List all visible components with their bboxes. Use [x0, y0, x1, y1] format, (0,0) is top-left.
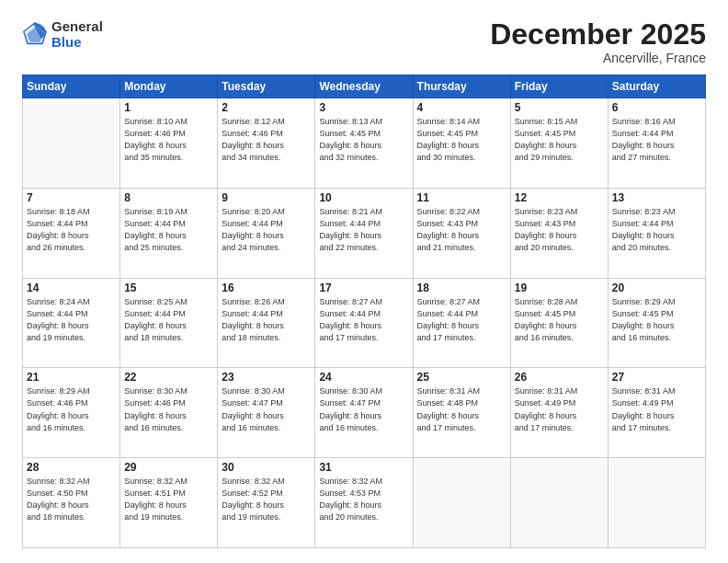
- day-number: 11: [417, 191, 506, 204]
- day-number: 22: [124, 371, 213, 384]
- calendar-cell: 12Sunrise: 8:23 AM Sunset: 4:43 PM Dayli…: [510, 188, 608, 278]
- calendar-cell: 10Sunrise: 8:21 AM Sunset: 4:44 PM Dayli…: [315, 188, 413, 278]
- day-info: Sunrise: 8:13 AM Sunset: 4:45 PM Dayligh…: [319, 116, 408, 164]
- weekday-header-saturday: Saturday: [608, 75, 705, 98]
- day-number: 24: [319, 371, 408, 384]
- month-title: December 2025: [490, 18, 706, 51]
- calendar-cell: 23Sunrise: 8:30 AM Sunset: 4:47 PM Dayli…: [218, 368, 315, 458]
- day-info: Sunrise: 8:31 AM Sunset: 4:48 PM Dayligh…: [417, 385, 506, 433]
- day-info: Sunrise: 8:30 AM Sunset: 4:47 PM Dayligh…: [319, 385, 408, 433]
- calendar-cell: 27Sunrise: 8:31 AM Sunset: 4:49 PM Dayli…: [608, 368, 705, 458]
- calendar-cell: 15Sunrise: 8:25 AM Sunset: 4:44 PM Dayli…: [120, 278, 218, 368]
- weekday-header-monday: Monday: [120, 75, 218, 98]
- day-info: Sunrise: 8:27 AM Sunset: 4:44 PM Dayligh…: [319, 296, 408, 344]
- day-number: 17: [319, 282, 408, 294]
- day-number: 1: [124, 101, 213, 114]
- logo-icon: [22, 21, 48, 47]
- day-info: Sunrise: 8:22 AM Sunset: 4:43 PM Dayligh…: [417, 206, 506, 254]
- day-info: Sunrise: 8:21 AM Sunset: 4:44 PM Dayligh…: [319, 206, 408, 254]
- weekday-header-tuesday: Tuesday: [218, 75, 315, 98]
- day-info: Sunrise: 8:29 AM Sunset: 4:46 PM Dayligh…: [27, 385, 116, 433]
- calendar-cell: 24Sunrise: 8:30 AM Sunset: 4:47 PM Dayli…: [315, 368, 413, 458]
- day-number: 9: [222, 191, 311, 204]
- calendar-cell: [413, 458, 510, 548]
- calendar-cell: 21Sunrise: 8:29 AM Sunset: 4:46 PM Dayli…: [23, 368, 120, 458]
- calendar-week-2: 7Sunrise: 8:18 AM Sunset: 4:44 PM Daylig…: [23, 188, 706, 278]
- day-number: 10: [319, 191, 408, 204]
- calendar-cell: 13Sunrise: 8:23 AM Sunset: 4:44 PM Dayli…: [608, 188, 705, 278]
- day-number: 19: [515, 282, 604, 294]
- day-info: Sunrise: 8:31 AM Sunset: 4:49 PM Dayligh…: [515, 385, 604, 433]
- day-number: 4: [417, 101, 506, 114]
- day-info: Sunrise: 8:18 AM Sunset: 4:44 PM Dayligh…: [27, 206, 116, 254]
- day-number: 25: [417, 371, 506, 384]
- calendar-cell: 16Sunrise: 8:26 AM Sunset: 4:44 PM Dayli…: [218, 278, 315, 368]
- calendar-cell: 22Sunrise: 8:30 AM Sunset: 4:46 PM Dayli…: [120, 368, 218, 458]
- day-info: Sunrise: 8:30 AM Sunset: 4:47 PM Dayligh…: [222, 385, 311, 433]
- day-info: Sunrise: 8:19 AM Sunset: 4:44 PM Dayligh…: [124, 206, 213, 254]
- weekday-header-wednesday: Wednesday: [315, 75, 413, 98]
- location: Ancerville, France: [490, 51, 706, 65]
- day-info: Sunrise: 8:31 AM Sunset: 4:49 PM Dayligh…: [612, 385, 701, 433]
- calendar-cell: 14Sunrise: 8:24 AM Sunset: 4:44 PM Dayli…: [23, 278, 120, 368]
- calendar-cell: 20Sunrise: 8:29 AM Sunset: 4:45 PM Dayli…: [608, 278, 705, 368]
- day-number: 31: [319, 461, 408, 474]
- calendar-week-3: 14Sunrise: 8:24 AM Sunset: 4:44 PM Dayli…: [23, 278, 706, 368]
- day-info: Sunrise: 8:28 AM Sunset: 4:45 PM Dayligh…: [515, 296, 604, 344]
- calendar-cell: [510, 458, 608, 548]
- day-number: 8: [124, 191, 213, 204]
- day-info: Sunrise: 8:12 AM Sunset: 4:46 PM Dayligh…: [222, 116, 311, 164]
- calendar-cell: 8Sunrise: 8:19 AM Sunset: 4:44 PM Daylig…: [120, 188, 218, 278]
- day-number: 29: [124, 461, 213, 474]
- day-number: 15: [124, 282, 213, 294]
- calendar-cell: 30Sunrise: 8:32 AM Sunset: 4:52 PM Dayli…: [218, 458, 315, 548]
- day-number: 30: [222, 461, 311, 474]
- day-number: 3: [319, 101, 408, 114]
- weekday-header-friday: Friday: [510, 75, 608, 98]
- day-info: Sunrise: 8:10 AM Sunset: 4:46 PM Dayligh…: [124, 116, 213, 164]
- day-info: Sunrise: 8:26 AM Sunset: 4:44 PM Dayligh…: [222, 296, 311, 344]
- calendar-cell: 19Sunrise: 8:28 AM Sunset: 4:45 PM Dayli…: [510, 278, 608, 368]
- weekday-header-sunday: Sunday: [23, 75, 120, 98]
- logo: General Blue: [22, 18, 103, 50]
- day-info: Sunrise: 8:14 AM Sunset: 4:45 PM Dayligh…: [417, 116, 506, 164]
- day-info: Sunrise: 8:20 AM Sunset: 4:44 PM Dayligh…: [222, 206, 311, 254]
- calendar-week-4: 21Sunrise: 8:29 AM Sunset: 4:46 PM Dayli…: [23, 368, 706, 458]
- day-number: 21: [27, 371, 116, 384]
- calendar-table: SundayMondayTuesdayWednesdayThursdayFrid…: [22, 75, 706, 548]
- calendar-cell: 1Sunrise: 8:10 AM Sunset: 4:46 PM Daylig…: [120, 98, 218, 189]
- logo-text: General Blue: [51, 18, 103, 50]
- calendar-cell: [23, 98, 120, 189]
- page: General Blue December 2025 Ancerville, F…: [0, 0, 728, 563]
- day-info: Sunrise: 8:15 AM Sunset: 4:45 PM Dayligh…: [515, 116, 604, 164]
- day-number: 20: [612, 282, 701, 294]
- calendar-cell: 17Sunrise: 8:27 AM Sunset: 4:44 PM Dayli…: [315, 278, 413, 368]
- day-number: 12: [515, 191, 604, 204]
- weekday-header-row: SundayMondayTuesdayWednesdayThursdayFrid…: [23, 75, 706, 98]
- header: General Blue December 2025 Ancerville, F…: [22, 18, 706, 65]
- logo-blue: Blue: [51, 34, 103, 50]
- calendar-cell: 7Sunrise: 8:18 AM Sunset: 4:44 PM Daylig…: [23, 188, 120, 278]
- calendar-cell: 5Sunrise: 8:15 AM Sunset: 4:45 PM Daylig…: [510, 98, 608, 189]
- calendar-cell: 31Sunrise: 8:32 AM Sunset: 4:53 PM Dayli…: [315, 458, 413, 548]
- day-number: 28: [27, 461, 116, 474]
- day-number: 16: [222, 282, 311, 294]
- weekday-header-thursday: Thursday: [413, 75, 510, 98]
- calendar-week-1: 1Sunrise: 8:10 AM Sunset: 4:46 PM Daylig…: [23, 98, 706, 189]
- title-block: December 2025 Ancerville, France: [490, 18, 706, 65]
- day-number: 26: [515, 371, 604, 384]
- calendar-cell: 3Sunrise: 8:13 AM Sunset: 4:45 PM Daylig…: [315, 98, 413, 189]
- day-info: Sunrise: 8:29 AM Sunset: 4:45 PM Dayligh…: [612, 296, 701, 344]
- day-number: 18: [417, 282, 506, 294]
- calendar-cell: 9Sunrise: 8:20 AM Sunset: 4:44 PM Daylig…: [218, 188, 315, 278]
- day-info: Sunrise: 8:32 AM Sunset: 4:51 PM Dayligh…: [124, 476, 213, 523]
- day-number: 2: [222, 101, 311, 114]
- calendar-cell: [608, 458, 705, 548]
- day-number: 14: [27, 282, 116, 294]
- calendar-cell: 29Sunrise: 8:32 AM Sunset: 4:51 PM Dayli…: [120, 458, 218, 548]
- day-info: Sunrise: 8:30 AM Sunset: 4:46 PM Dayligh…: [124, 385, 213, 433]
- day-number: 23: [222, 371, 311, 384]
- day-info: Sunrise: 8:32 AM Sunset: 4:53 PM Dayligh…: [319, 476, 408, 523]
- day-number: 7: [27, 191, 116, 204]
- day-info: Sunrise: 8:16 AM Sunset: 4:44 PM Dayligh…: [612, 116, 701, 164]
